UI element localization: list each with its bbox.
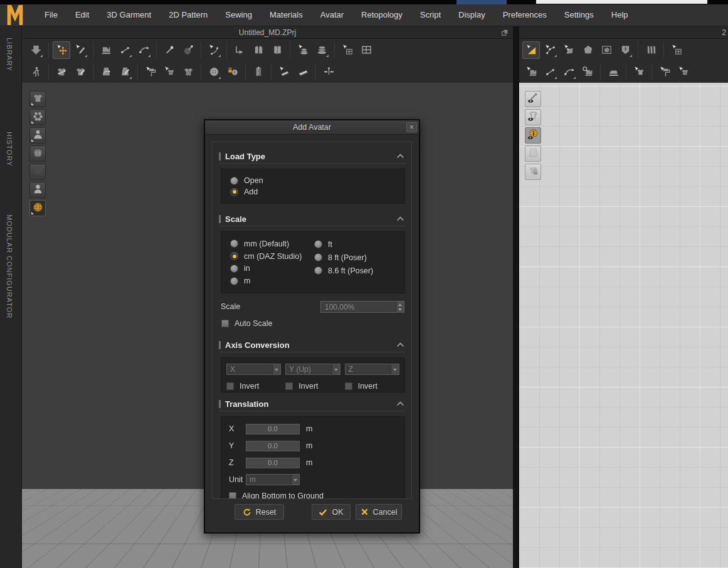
invert-x-checkbox[interactable]	[226, 382, 234, 390]
steam-iron-tool-button[interactable]	[604, 63, 622, 81]
menu-settings[interactable]: Settings	[556, 4, 603, 26]
flatten-tool-button[interactable]	[313, 41, 330, 59]
menu-display[interactable]: Display	[450, 4, 494, 26]
spinner-down-icon[interactable]	[396, 307, 404, 313]
pattern-2d-tool-button[interactable]	[675, 63, 692, 81]
dropdown-arrow-icon[interactable]	[391, 364, 399, 374]
invert-z-checkbox[interactable]	[345, 382, 352, 390]
menu-3d-garment[interactable]: 3D Garment	[98, 4, 160, 26]
sidebar-tab-history[interactable]: HISTORY	[6, 132, 13, 167]
grid-tool-button[interactable]	[357, 41, 375, 59]
sewing-machine-tool-button[interactable]	[97, 41, 115, 59]
tack-tool-button[interactable]	[320, 63, 337, 81]
radio-mm[interactable]: mm (Default)	[230, 238, 314, 250]
segment-sewing-2d-tool-button[interactable]	[541, 63, 559, 81]
select-grid-tool-button[interactable]	[339, 41, 356, 59]
button-tool-button[interactable]	[205, 63, 223, 81]
menu-script[interactable]: Script	[411, 4, 450, 26]
select-garment-tool-button[interactable]	[630, 63, 648, 81]
edit-sewing-tool-button[interactable]	[53, 63, 70, 81]
paint-roller-2d-tool-button[interactable]	[656, 63, 673, 81]
edit-pinpoint-tool-button[interactable]	[71, 41, 89, 59]
chevron-up-icon[interactable]	[396, 340, 405, 350]
invert-z-row[interactable]: Invert	[345, 381, 399, 392]
menu-file[interactable]: File	[36, 4, 66, 26]
unit-dropdown[interactable]: m	[246, 474, 300, 485]
menu-edit[interactable]: Edit	[66, 4, 98, 26]
segment-sewing-tool-button[interactable]	[116, 41, 134, 59]
radio-86ft[interactable]: 8.6 ft (Poser)	[314, 264, 373, 277]
edit-curvature-tool-button[interactable]	[560, 41, 578, 59]
flattening-pen-tool-button[interactable]	[116, 63, 134, 81]
pin-tool-button[interactable]	[161, 41, 178, 59]
edit-flattening-tool-button[interactable]	[97, 63, 115, 81]
pattern-design-tool-button[interactable]	[179, 63, 197, 81]
undock-icon[interactable]	[501, 29, 509, 36]
section-translation-header[interactable]: Translation	[219, 397, 405, 411]
axis-x-dropdown[interactable]: X	[226, 364, 281, 375]
free-sewing-tool-button[interactable]	[135, 41, 152, 59]
section-load-type-header[interactable]: Load Type	[219, 150, 405, 164]
radio-m[interactable]: m	[230, 275, 314, 287]
book-fold-tool-button[interactable]	[268, 41, 286, 59]
dropdown-arrow-icon[interactable]	[332, 364, 340, 374]
dart-tool-button[interactable]	[616, 41, 634, 59]
chevron-up-icon[interactable]	[396, 152, 405, 161]
sewing-pen-tool-button[interactable]	[71, 63, 89, 81]
show-pins-button[interactable]	[525, 91, 541, 107]
select-move-tool-button[interactable]	[53, 41, 70, 59]
invert-y-checkbox[interactable]	[285, 382, 293, 390]
menu-2d-pattern[interactable]: 2D Pattern	[160, 4, 216, 26]
show-info-button[interactable]	[525, 127, 541, 144]
show-garment-outline-button[interactable]	[525, 109, 541, 125]
show-bust-button[interactable]	[29, 182, 46, 198]
cancel-button[interactable]: Cancel	[356, 504, 402, 520]
show-patterns-button[interactable]	[29, 109, 46, 125]
menu-help[interactable]: Help	[603, 4, 637, 26]
show-fabric-off-button[interactable]	[29, 164, 46, 180]
close-icon[interactable]: ×	[406, 122, 417, 132]
menu-avatar[interactable]: Avatar	[312, 4, 352, 26]
viewport-splitter[interactable]	[513, 26, 519, 568]
radio-in[interactable]: in	[230, 263, 314, 275]
trim-tool-button[interactable]	[294, 63, 312, 81]
show-environment-globe-button[interactable]	[29, 200, 46, 216]
ok-button[interactable]: OK	[312, 504, 351, 520]
menu-retopology[interactable]: Retopology	[352, 4, 411, 26]
auto-scale-checkbox-row[interactable]: Auto Scale	[221, 318, 405, 329]
inspect-sewing-tool-button[interactable]	[579, 63, 596, 81]
radio-add[interactable]: Add	[230, 186, 396, 197]
menu-sewing[interactable]: Sewing	[216, 4, 261, 26]
invert-y-row[interactable]: Invert	[285, 381, 340, 392]
menu-materials[interactable]: Materials	[261, 4, 312, 26]
buttonhole-tool-button[interactable]	[224, 63, 241, 81]
radio-open[interactable]: Open	[230, 175, 396, 186]
transform-pattern-tool-button[interactable]	[522, 41, 540, 59]
edit-pattern-tool-button[interactable]	[541, 41, 559, 59]
simulate-tool-button[interactable]	[27, 41, 45, 59]
radio-cm[interactable]: cm (DAZ Studio)	[230, 250, 314, 263]
auto-scale-checkbox[interactable]	[221, 320, 229, 327]
translation-x-input[interactable]: 0.0	[246, 424, 300, 434]
zipper-tool-button[interactable]	[250, 63, 267, 81]
select-flatten-tool-button[interactable]	[294, 41, 312, 59]
chevron-up-icon[interactable]	[396, 214, 405, 224]
spinner-up-icon[interactable]	[396, 302, 404, 307]
align-bottom-row[interactable]: Align Bottom to Ground	[229, 490, 397, 499]
menu-preferences[interactable]: Preferences	[494, 4, 556, 26]
show-pattern-off-button[interactable]	[525, 145, 541, 162]
radio-8ft[interactable]: 8 ft (Poser)	[314, 251, 373, 264]
axis-y-dropdown[interactable]: Y (Up)	[285, 364, 340, 375]
scale-spinner[interactable]	[396, 302, 404, 312]
section-axis-conversion-header[interactable]: Axis Conversion	[219, 339, 405, 352]
pattern-paint-tool-button[interactable]	[161, 63, 178, 81]
free-sewing-2d-tool-button[interactable]	[560, 63, 578, 81]
fold-arrangement-tool-button[interactable]	[231, 41, 248, 59]
dropdown-arrow-icon[interactable]	[272, 364, 280, 374]
avatar-walk-tool-button[interactable]	[27, 63, 45, 81]
paint-roller-tool-button[interactable]	[142, 63, 159, 81]
section-scale-header[interactable]: Scale	[219, 213, 405, 226]
edit-sewing-2d-tool-button[interactable]	[522, 63, 540, 81]
radio-ft[interactable]: ft	[314, 238, 373, 251]
sync-garment-tool-button[interactable]	[250, 41, 267, 59]
